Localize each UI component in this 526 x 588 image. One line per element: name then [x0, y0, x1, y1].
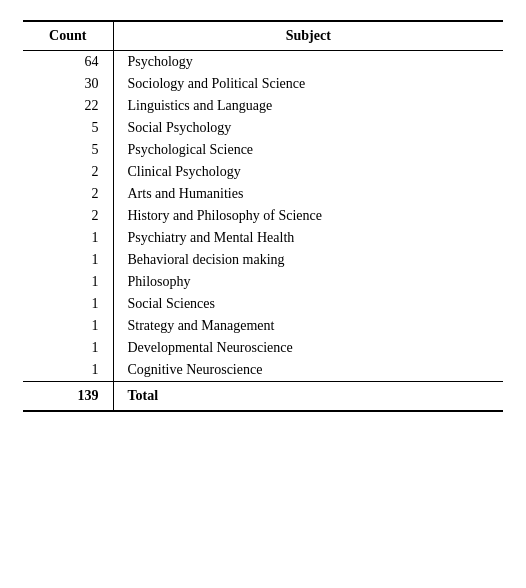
table-row: 1Cognitive Neuroscience [23, 359, 503, 382]
row-count: 1 [23, 337, 113, 359]
table-row: 64Psychology [23, 51, 503, 74]
row-count: 5 [23, 117, 113, 139]
row-count: 2 [23, 183, 113, 205]
table-row: 5Psychological Science [23, 139, 503, 161]
count-header: Count [23, 21, 113, 51]
row-count: 1 [23, 249, 113, 271]
table-row: 1Social Sciences [23, 293, 503, 315]
row-count: 64 [23, 51, 113, 74]
row-subject: Psychology [113, 51, 503, 74]
footer-subject: Total [113, 382, 503, 412]
row-count: 1 [23, 315, 113, 337]
footer-count: 139 [23, 382, 113, 412]
table-row: 30Sociology and Political Science [23, 73, 503, 95]
data-table: Count Subject 64Psychology30Sociology an… [23, 20, 503, 412]
row-count: 1 [23, 227, 113, 249]
row-count: 2 [23, 161, 113, 183]
row-count: 1 [23, 359, 113, 382]
table-row: 5Social Psychology [23, 117, 503, 139]
table-body: 64Psychology30Sociology and Political Sc… [23, 51, 503, 382]
footer-row: 139 Total [23, 382, 503, 412]
table-row: 2Clinical Psychology [23, 161, 503, 183]
row-count: 5 [23, 139, 113, 161]
row-subject: Behavioral decision making [113, 249, 503, 271]
table-row: 22Linguistics and Language [23, 95, 503, 117]
row-count: 30 [23, 73, 113, 95]
table-row: 1Behavioral decision making [23, 249, 503, 271]
row-subject: Social Psychology [113, 117, 503, 139]
table-container: Count Subject 64Psychology30Sociology an… [23, 20, 503, 412]
row-subject: Sociology and Political Science [113, 73, 503, 95]
row-subject: Cognitive Neuroscience [113, 359, 503, 382]
row-subject: Strategy and Management [113, 315, 503, 337]
table-row: 1Strategy and Management [23, 315, 503, 337]
row-count: 2 [23, 205, 113, 227]
row-count: 1 [23, 293, 113, 315]
row-subject: History and Philosophy of Science [113, 205, 503, 227]
table-row: 2Arts and Humanities [23, 183, 503, 205]
row-subject: Arts and Humanities [113, 183, 503, 205]
row-subject: Clinical Psychology [113, 161, 503, 183]
table-row: 1Philosophy [23, 271, 503, 293]
subject-header: Subject [113, 21, 503, 51]
header-row: Count Subject [23, 21, 503, 51]
row-subject: Psychiatry and Mental Health [113, 227, 503, 249]
row-subject: Social Sciences [113, 293, 503, 315]
row-subject: Linguistics and Language [113, 95, 503, 117]
row-subject: Philosophy [113, 271, 503, 293]
row-subject: Developmental Neuroscience [113, 337, 503, 359]
row-subject: Psychological Science [113, 139, 503, 161]
table-row: 1Developmental Neuroscience [23, 337, 503, 359]
row-count: 1 [23, 271, 113, 293]
table-row: 1Psychiatry and Mental Health [23, 227, 503, 249]
table-row: 2History and Philosophy of Science [23, 205, 503, 227]
row-count: 22 [23, 95, 113, 117]
